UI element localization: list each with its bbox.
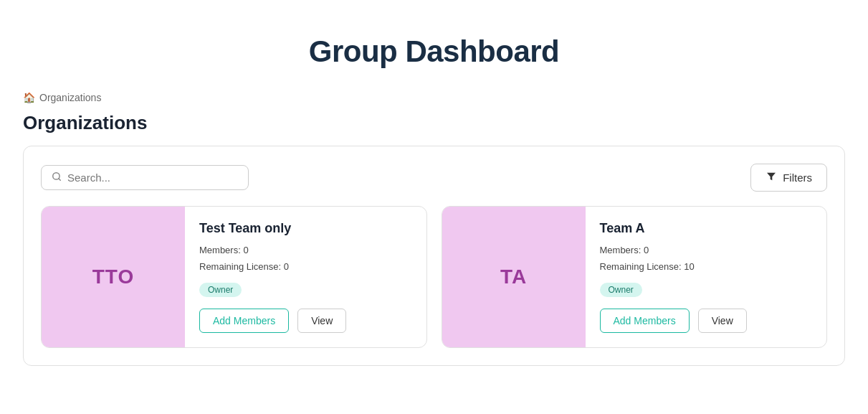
add-members-button-tto[interactable]: Add Members — [199, 309, 289, 333]
filters-button[interactable]: Filters — [750, 164, 827, 192]
organizations-section-title: Organizations — [0, 112, 868, 146]
view-button-tto[interactable]: View — [297, 309, 346, 333]
toolbar: Filters — [41, 164, 827, 192]
owner-badge-ta: Owner — [600, 283, 642, 297]
org-card-content-ta: Team A Members: 0 Remaining License: 10 … — [586, 207, 827, 347]
org-card-content-tto: Test Team only Members: 0 Remaining Lice… — [185, 207, 426, 347]
org-card-name-tto: Test Team only — [199, 221, 412, 236]
filter-icon — [766, 171, 777, 184]
org-card-name-ta: Team A — [600, 221, 813, 236]
svg-line-1 — [59, 179, 61, 181]
org-members-ta: Members: 0 — [600, 242, 813, 258]
add-members-button-ta[interactable]: Add Members — [600, 309, 690, 333]
org-card-meta-tto: Members: 0 Remaining License: 0 — [199, 242, 412, 276]
filters-label: Filters — [783, 171, 812, 184]
org-card-actions-tto: Add Members View — [199, 309, 412, 333]
owner-badge-tto: Owner — [199, 283, 242, 297]
search-input[interactable] — [67, 171, 238, 184]
breadcrumb: 🏠 Organizations — [0, 92, 868, 112]
org-card-image-ta: TA — [442, 207, 586, 347]
search-icon — [52, 171, 62, 184]
org-card-tto: TTO Test Team only Members: 0 Remaining … — [41, 206, 427, 348]
org-members-tto: Members: 0 — [199, 242, 412, 258]
org-card-image-tto: TTO — [42, 207, 185, 347]
page-header: Group Dashboard — [0, 0, 868, 92]
organizations-grid: TTO Test Team only Members: 0 Remaining … — [41, 206, 827, 348]
main-container: Filters TTO Test Team only Members: 0 Re… — [23, 146, 845, 366]
breadcrumb-label: Organizations — [39, 92, 101, 103]
org-card-actions-ta: Add Members View — [600, 309, 813, 333]
org-license-ta: Remaining License: 10 — [600, 258, 813, 275]
org-card-ta: TA Team A Members: 0 Remaining License: … — [442, 206, 828, 348]
page-title: Group Dashboard — [0, 34, 868, 69]
search-wrapper[interactable] — [41, 165, 249, 190]
org-card-meta-ta: Members: 0 Remaining License: 10 — [600, 242, 813, 276]
view-button-ta[interactable]: View — [698, 309, 747, 333]
org-license-tto: Remaining License: 0 — [199, 258, 412, 275]
home-icon: 🏠 — [23, 92, 35, 103]
